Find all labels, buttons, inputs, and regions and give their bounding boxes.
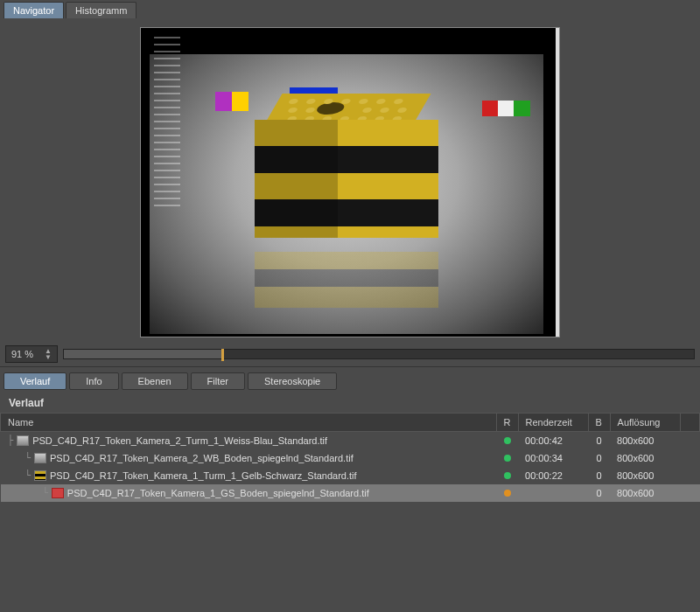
b-value: 0 — [588, 449, 610, 467]
render-progress-edge — [154, 37, 180, 212]
floor-reflection — [255, 238, 438, 308]
render-time: 00:00:22 — [518, 467, 588, 484]
file-name: PSD_C4D_R17_Token_Kamera_2_WB_Boden_spie… — [50, 453, 354, 463]
tab-filter[interactable]: Filter — [191, 372, 245, 390]
background-brick-icon — [482, 101, 530, 116]
spinner-icon[interactable]: ▲▼ — [45, 348, 52, 360]
tab-navigator[interactable]: Navigator — [4, 2, 64, 18]
tree-branch-icon: └ — [8, 469, 32, 481]
tab-stereoskopie[interactable]: Stereoskopie — [248, 372, 337, 390]
b-value: 0 — [588, 467, 610, 484]
file-name: PSD_C4D_R17_Token_Kamera_1_GS_Boden_spie… — [67, 488, 369, 498]
col-header-r[interactable]: R — [496, 414, 518, 432]
tree-branch-icon: ├ — [8, 435, 14, 446]
background-brick-icon — [215, 92, 248, 111]
zoom-value-text: 91 % — [11, 349, 33, 359]
status-dot-icon — [504, 472, 511, 479]
table-row[interactable]: └PSD_C4D_R17_Token_Kamera_1_Turm_1_Gelb-… — [1, 467, 700, 484]
render-time — [518, 484, 588, 502]
table-row[interactable]: └PSD_C4D_R17_Token_Kamera_2_WB_Boden_spi… — [1, 449, 700, 467]
col-header-aufloesung[interactable]: Auflösung — [610, 414, 680, 432]
zoom-bar: 91 % ▲▼ — [0, 342, 700, 366]
status-dot-icon — [504, 490, 511, 497]
file-name: PSD_C4D_R17_Token_Kamera_1_Turm_1_Gelb-S… — [50, 470, 357, 481]
b-value: 0 — [588, 432, 610, 449]
resolution: 800x600 — [610, 467, 680, 484]
zoom-slider-fill — [64, 350, 221, 358]
tree-branch-icon: └ — [8, 487, 48, 498]
brick-tower — [255, 94, 438, 238]
section-tab-bar: Verlauf Info Ebenen Filter Stereoskopie — [0, 366, 700, 390]
tab-verlauf[interactable]: Verlauf — [4, 372, 66, 390]
file-name: PSD_C4D_R17_Token_Kamera_2_Turm_1_Weiss-… — [32, 435, 327, 446]
tree-branch-icon: └ — [8, 452, 32, 463]
render-preview[interactable] — [140, 27, 560, 337]
render-thumbnail-icon — [34, 453, 46, 463]
render-thumbnail-icon — [52, 488, 64, 498]
tab-histogram[interactable]: Histogramm — [66, 2, 136, 18]
resolution: 800x600 — [610, 432, 680, 449]
col-header-renderzeit[interactable]: Renderzeit — [518, 414, 588, 432]
render-scene — [150, 54, 543, 334]
preview-scrollbar[interactable] — [556, 28, 559, 337]
zoom-value-input[interactable]: 91 % ▲▼ — [5, 345, 58, 363]
history-table: Name R Renderzeit B Auflösung ├PSD_C4D_R… — [0, 413, 700, 502]
zoom-slider-thumb[interactable] — [221, 349, 224, 361]
tab-info[interactable]: Info — [69, 372, 118, 390]
table-row[interactable]: └PSD_C4D_R17_Token_Kamera_1_GS_Boden_spi… — [1, 484, 700, 502]
preview-area — [0, 18, 700, 342]
col-header-b[interactable]: B — [588, 414, 610, 432]
status-dot-icon — [504, 455, 511, 462]
col-header-name[interactable]: Name — [1, 414, 497, 432]
tab-ebenen[interactable]: Ebenen — [122, 372, 188, 390]
render-time: 00:00:42 — [518, 432, 588, 449]
col-header-spacer — [680, 414, 699, 432]
section-title: Verlauf — [0, 390, 700, 413]
render-time: 00:00:34 — [518, 449, 588, 467]
render-thumbnail-icon — [17, 435, 29, 446]
top-tab-bar: Navigator Histogramm — [0, 0, 700, 18]
render-thumbnail-icon — [34, 470, 46, 481]
zoom-slider[interactable] — [63, 349, 695, 359]
table-row[interactable]: ├PSD_C4D_R17_Token_Kamera_2_Turm_1_Weiss… — [1, 432, 700, 449]
b-value: 0 — [588, 484, 610, 502]
resolution: 800x600 — [610, 449, 680, 467]
resolution: 800x600 — [610, 484, 680, 502]
status-dot-icon — [504, 437, 511, 444]
